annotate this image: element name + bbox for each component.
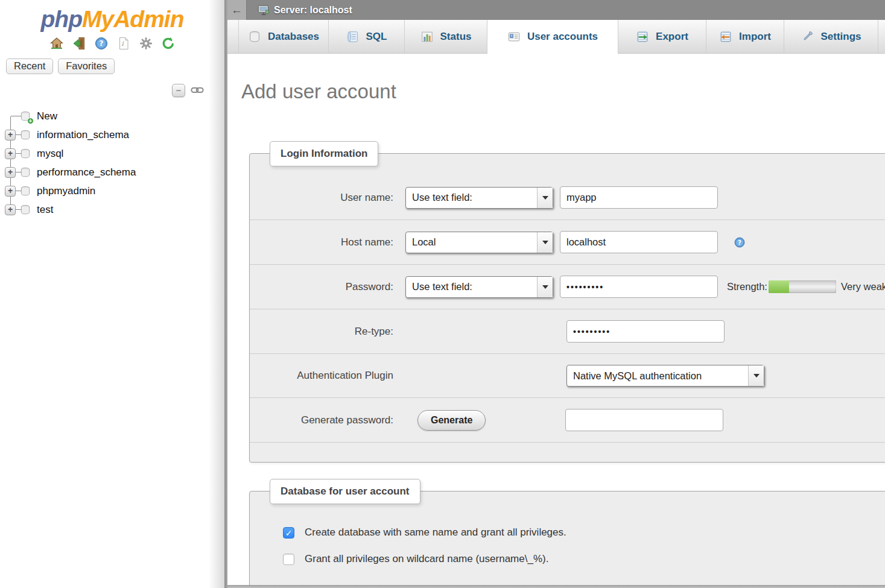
status-chart-icon — [420, 30, 434, 43]
option-label: Grant all privileges on wildcard name (u… — [305, 553, 548, 565]
tree-item-database[interactable]: + mysql — [0, 144, 224, 163]
database-icon — [19, 129, 31, 141]
tree-item-label: information_schema — [37, 129, 129, 141]
expand-icon[interactable]: + — [5, 186, 16, 197]
expand-icon[interactable]: + — [5, 204, 16, 215]
expand-icon[interactable]: + — [5, 130, 16, 141]
user-name-input[interactable] — [560, 186, 718, 209]
database-icon — [19, 166, 31, 179]
strength-meter — [769, 280, 836, 293]
retype-password-input[interactable] — [566, 320, 725, 343]
database-tree: + New + information_schema + mysql + per… — [0, 107, 224, 219]
tree-item-database[interactable]: + information_schema — [0, 125, 224, 144]
tab-label: User accounts — [527, 31, 598, 43]
database-for-user-legend: Database for user account — [270, 479, 420, 504]
recent-button[interactable]: Recent — [6, 58, 53, 74]
select-value: Local — [406, 236, 537, 248]
authentication-plugin-row: Authentication Plugin Native MySQL authe… — [250, 354, 885, 398]
back-arrow-button[interactable]: ← — [227, 0, 247, 20]
tree-item-new[interactable]: + New — [0, 107, 224, 125]
create-database-checkbox[interactable] — [283, 527, 294, 539]
authentication-plugin-label: Authentication Plugin — [250, 370, 393, 382]
main-panel: ← Server: localhost Databases SQL Status… — [227, 0, 885, 588]
authentication-plugin-select[interactable]: Native MySQL authentication — [566, 365, 764, 387]
sql-scroll-icon — [346, 30, 360, 43]
gear-icon[interactable] — [139, 36, 153, 51]
tab-label: SQL — [366, 31, 387, 43]
logo-php-part: php — [41, 6, 82, 32]
tab-import[interactable]: Import — [706, 20, 784, 53]
tab-label: Import — [739, 31, 771, 43]
grant-wildcard-option[interactable]: Grant all privileges on wildcard name (u… — [283, 553, 885, 565]
documentation-icon[interactable]: i — [116, 36, 131, 51]
host-name-type-select[interactable]: Local — [405, 232, 553, 253]
tab-user-accounts[interactable]: User accounts — [487, 20, 618, 54]
phpmyadmin-window: phpMyAdmin ? i Recent Favorite — [0, 0, 885, 588]
tab-status[interactable]: Status — [405, 20, 487, 53]
server-icon — [257, 4, 270, 17]
breadcrumb-server-title[interactable]: Server: localhost — [274, 5, 352, 16]
tree-item-database[interactable]: + phpmyadmin — [0, 182, 224, 200]
password-label: Password: — [250, 281, 393, 293]
database-icon — [248, 30, 261, 43]
generate-password-label: Generate password: — [250, 414, 393, 426]
tab-export[interactable]: Export — [618, 20, 706, 53]
expand-icon[interactable]: + — [5, 167, 16, 178]
export-icon — [636, 30, 649, 43]
horizontal-scrollbar[interactable] — [227, 585, 885, 588]
chevron-down-icon — [748, 365, 764, 386]
login-information-legend: Login Information — [270, 141, 378, 166]
expand-icon[interactable]: + — [5, 148, 16, 159]
server-breadcrumb-bar: ← Server: localhost — [227, 0, 885, 20]
tab-bar: Databases SQL Status User accounts Expor… — [227, 20, 885, 54]
tree-item-label: performance_schema — [37, 166, 136, 179]
page-title: Add user account — [241, 80, 885, 103]
select-value: Native MySQL authentication — [567, 370, 748, 382]
login-information-fieldset: Login Information User name: Use text fi… — [249, 153, 885, 463]
database-icon — [19, 148, 31, 160]
generate-button[interactable]: Generate — [417, 410, 486, 431]
refresh-icon[interactable] — [161, 36, 176, 51]
link-with-main-panel-icon[interactable] — [191, 86, 204, 95]
host-name-input[interactable] — [560, 231, 718, 253]
tree-item-label: mysql — [37, 148, 63, 160]
database-for-user-fieldset: Database for user account Create databas… — [249, 491, 885, 588]
generated-password-input[interactable] — [565, 409, 723, 431]
tree-item-label: New — [37, 110, 57, 122]
create-database-option[interactable]: Create database with same name and grant… — [283, 526, 885, 539]
new-database-icon: + — [19, 110, 31, 122]
favorites-button[interactable]: Favorites — [58, 58, 115, 74]
tree-item-database[interactable]: + performance_schema — [0, 163, 224, 182]
tab-label: Status — [440, 31, 472, 43]
chevron-down-icon — [537, 277, 553, 297]
plus-badge-icon: + — [27, 118, 34, 124]
host-help-icon[interactable]: ? — [734, 236, 746, 248]
password-strength: Strength: Very weak — [727, 280, 885, 293]
select-value: Use text field: — [406, 281, 537, 292]
tree-item-label: test — [37, 204, 53, 216]
sidebar-toolbar: ? i — [0, 36, 224, 51]
tab-settings[interactable]: Settings — [784, 20, 878, 53]
log-out-icon[interactable] — [72, 36, 86, 51]
tree-item-database[interactable]: + test — [0, 200, 224, 219]
grant-wildcard-checkbox[interactable] — [283, 554, 294, 565]
host-name-row: Host name: Local ? — [250, 220, 885, 265]
chevron-down-icon — [537, 232, 553, 253]
phpmyadmin-logo[interactable]: phpMyAdmin — [0, 0, 224, 33]
recent-favorites-bar: Recent Favorites — [6, 58, 224, 74]
tab-sql[interactable]: SQL — [329, 20, 405, 53]
user-name-type-select[interactable]: Use text field: — [405, 187, 553, 209]
svg-text:?: ? — [738, 239, 741, 245]
password-input[interactable] — [560, 276, 718, 298]
help-icon[interactable]: ? — [94, 36, 109, 51]
select-value: Use text field: — [406, 192, 537, 203]
host-name-label: Host name: — [250, 236, 393, 248]
collapse-all-icon[interactable]: − — [172, 84, 185, 97]
tab-databases[interactable]: Databases — [238, 20, 329, 53]
password-type-select[interactable]: Use text field: — [405, 276, 553, 298]
wrench-icon — [801, 30, 814, 43]
sidebar: phpMyAdmin ? i Recent Favorite — [0, 0, 224, 588]
home-icon[interactable] — [49, 36, 64, 51]
import-icon — [719, 30, 732, 43]
svg-text:?: ? — [99, 39, 103, 48]
